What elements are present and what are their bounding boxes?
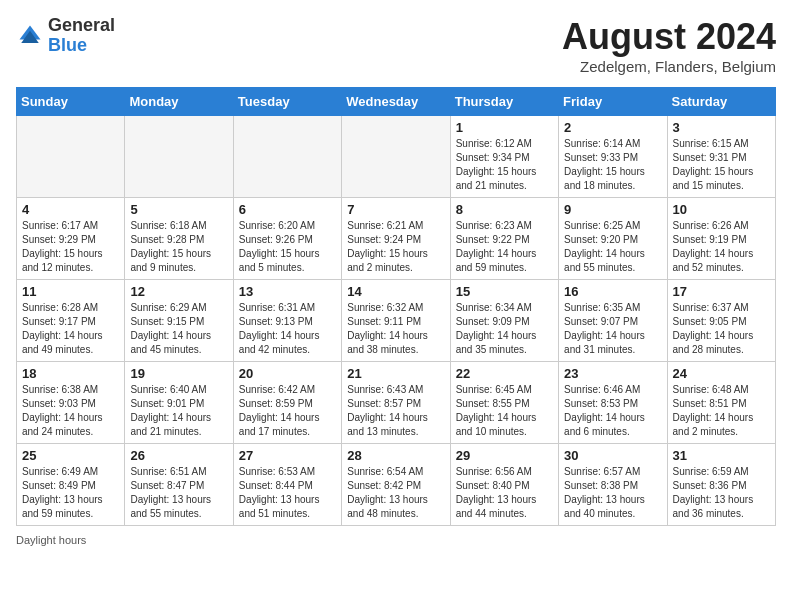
calendar-cell <box>17 116 125 198</box>
calendar-week-1: 1Sunrise: 6:12 AMSunset: 9:34 PMDaylight… <box>17 116 776 198</box>
logo: General Blue <box>16 16 115 56</box>
day-info: Sunrise: 6:45 AMSunset: 8:55 PMDaylight:… <box>456 383 553 439</box>
col-header-monday: Monday <box>125 88 233 116</box>
calendar-cell: 19Sunrise: 6:40 AMSunset: 9:01 PMDayligh… <box>125 362 233 444</box>
calendar-cell: 28Sunrise: 6:54 AMSunset: 8:42 PMDayligh… <box>342 444 450 526</box>
calendar-cell: 10Sunrise: 6:26 AMSunset: 9:19 PMDayligh… <box>667 198 775 280</box>
day-info: Sunrise: 6:46 AMSunset: 8:53 PMDaylight:… <box>564 383 661 439</box>
logo-icon <box>16 22 44 50</box>
day-number: 21 <box>347 366 444 381</box>
month-year: August 2024 <box>562 16 776 58</box>
day-info: Sunrise: 6:31 AMSunset: 9:13 PMDaylight:… <box>239 301 336 357</box>
day-number: 24 <box>673 366 770 381</box>
col-header-thursday: Thursday <box>450 88 558 116</box>
col-header-sunday: Sunday <box>17 88 125 116</box>
day-number: 6 <box>239 202 336 217</box>
calendar-table: SundayMondayTuesdayWednesdayThursdayFrid… <box>16 87 776 526</box>
calendar-cell <box>233 116 341 198</box>
day-info: Sunrise: 6:26 AMSunset: 9:19 PMDaylight:… <box>673 219 770 275</box>
day-info: Sunrise: 6:21 AMSunset: 9:24 PMDaylight:… <box>347 219 444 275</box>
day-number: 13 <box>239 284 336 299</box>
day-info: Sunrise: 6:38 AMSunset: 9:03 PMDaylight:… <box>22 383 119 439</box>
day-number: 19 <box>130 366 227 381</box>
day-info: Sunrise: 6:59 AMSunset: 8:36 PMDaylight:… <box>673 465 770 521</box>
day-info: Sunrise: 6:35 AMSunset: 9:07 PMDaylight:… <box>564 301 661 357</box>
day-number: 25 <box>22 448 119 463</box>
calendar-cell: 22Sunrise: 6:45 AMSunset: 8:55 PMDayligh… <box>450 362 558 444</box>
footer: Daylight hours <box>16 534 776 546</box>
calendar-cell: 16Sunrise: 6:35 AMSunset: 9:07 PMDayligh… <box>559 280 667 362</box>
day-number: 1 <box>456 120 553 135</box>
calendar-week-5: 25Sunrise: 6:49 AMSunset: 8:49 PMDayligh… <box>17 444 776 526</box>
day-number: 7 <box>347 202 444 217</box>
day-info: Sunrise: 6:57 AMSunset: 8:38 PMDaylight:… <box>564 465 661 521</box>
day-info: Sunrise: 6:32 AMSunset: 9:11 PMDaylight:… <box>347 301 444 357</box>
calendar-cell: 14Sunrise: 6:32 AMSunset: 9:11 PMDayligh… <box>342 280 450 362</box>
calendar-cell: 3Sunrise: 6:15 AMSunset: 9:31 PMDaylight… <box>667 116 775 198</box>
calendar-cell: 31Sunrise: 6:59 AMSunset: 8:36 PMDayligh… <box>667 444 775 526</box>
day-number: 10 <box>673 202 770 217</box>
day-number: 28 <box>347 448 444 463</box>
calendar-cell: 2Sunrise: 6:14 AMSunset: 9:33 PMDaylight… <box>559 116 667 198</box>
calendar-cell: 9Sunrise: 6:25 AMSunset: 9:20 PMDaylight… <box>559 198 667 280</box>
calendar-cell <box>342 116 450 198</box>
calendar-cell: 21Sunrise: 6:43 AMSunset: 8:57 PMDayligh… <box>342 362 450 444</box>
day-info: Sunrise: 6:20 AMSunset: 9:26 PMDaylight:… <box>239 219 336 275</box>
calendar-cell: 6Sunrise: 6:20 AMSunset: 9:26 PMDaylight… <box>233 198 341 280</box>
day-info: Sunrise: 6:23 AMSunset: 9:22 PMDaylight:… <box>456 219 553 275</box>
day-info: Sunrise: 6:54 AMSunset: 8:42 PMDaylight:… <box>347 465 444 521</box>
day-info: Sunrise: 6:49 AMSunset: 8:49 PMDaylight:… <box>22 465 119 521</box>
day-number: 20 <box>239 366 336 381</box>
calendar-cell <box>125 116 233 198</box>
day-number: 14 <box>347 284 444 299</box>
day-info: Sunrise: 6:28 AMSunset: 9:17 PMDaylight:… <box>22 301 119 357</box>
day-info: Sunrise: 6:51 AMSunset: 8:47 PMDaylight:… <box>130 465 227 521</box>
day-number: 3 <box>673 120 770 135</box>
col-header-tuesday: Tuesday <box>233 88 341 116</box>
calendar-cell: 5Sunrise: 6:18 AMSunset: 9:28 PMDaylight… <box>125 198 233 280</box>
day-info: Sunrise: 6:25 AMSunset: 9:20 PMDaylight:… <box>564 219 661 275</box>
day-number: 16 <box>564 284 661 299</box>
calendar-cell: 1Sunrise: 6:12 AMSunset: 9:34 PMDaylight… <box>450 116 558 198</box>
day-info: Sunrise: 6:12 AMSunset: 9:34 PMDaylight:… <box>456 137 553 193</box>
calendar-cell: 24Sunrise: 6:48 AMSunset: 8:51 PMDayligh… <box>667 362 775 444</box>
calendar-cell: 26Sunrise: 6:51 AMSunset: 8:47 PMDayligh… <box>125 444 233 526</box>
day-number: 27 <box>239 448 336 463</box>
calendar-cell: 13Sunrise: 6:31 AMSunset: 9:13 PMDayligh… <box>233 280 341 362</box>
col-header-friday: Friday <box>559 88 667 116</box>
day-number: 30 <box>564 448 661 463</box>
day-number: 5 <box>130 202 227 217</box>
day-info: Sunrise: 6:34 AMSunset: 9:09 PMDaylight:… <box>456 301 553 357</box>
day-number: 11 <box>22 284 119 299</box>
day-number: 18 <box>22 366 119 381</box>
logo-text: General Blue <box>48 16 115 56</box>
calendar-cell: 8Sunrise: 6:23 AMSunset: 9:22 PMDaylight… <box>450 198 558 280</box>
day-number: 17 <box>673 284 770 299</box>
day-info: Sunrise: 6:14 AMSunset: 9:33 PMDaylight:… <box>564 137 661 193</box>
calendar-week-2: 4Sunrise: 6:17 AMSunset: 9:29 PMDaylight… <box>17 198 776 280</box>
calendar-cell: 25Sunrise: 6:49 AMSunset: 8:49 PMDayligh… <box>17 444 125 526</box>
day-number: 8 <box>456 202 553 217</box>
day-info: Sunrise: 6:18 AMSunset: 9:28 PMDaylight:… <box>130 219 227 275</box>
calendar-cell: 18Sunrise: 6:38 AMSunset: 9:03 PMDayligh… <box>17 362 125 444</box>
day-info: Sunrise: 6:17 AMSunset: 9:29 PMDaylight:… <box>22 219 119 275</box>
calendar-cell: 20Sunrise: 6:42 AMSunset: 8:59 PMDayligh… <box>233 362 341 444</box>
daylight-hours-label: Daylight hours <box>16 534 86 546</box>
day-info: Sunrise: 6:48 AMSunset: 8:51 PMDaylight:… <box>673 383 770 439</box>
calendar-header-row: SundayMondayTuesdayWednesdayThursdayFrid… <box>17 88 776 116</box>
day-info: Sunrise: 6:56 AMSunset: 8:40 PMDaylight:… <box>456 465 553 521</box>
day-number: 15 <box>456 284 553 299</box>
calendar-cell: 4Sunrise: 6:17 AMSunset: 9:29 PMDaylight… <box>17 198 125 280</box>
day-number: 29 <box>456 448 553 463</box>
calendar-cell: 12Sunrise: 6:29 AMSunset: 9:15 PMDayligh… <box>125 280 233 362</box>
day-number: 2 <box>564 120 661 135</box>
day-number: 12 <box>130 284 227 299</box>
calendar-week-4: 18Sunrise: 6:38 AMSunset: 9:03 PMDayligh… <box>17 362 776 444</box>
day-number: 26 <box>130 448 227 463</box>
title-block: August 2024 Zedelgem, Flanders, Belgium <box>562 16 776 75</box>
calendar-cell: 29Sunrise: 6:56 AMSunset: 8:40 PMDayligh… <box>450 444 558 526</box>
day-number: 31 <box>673 448 770 463</box>
day-number: 4 <box>22 202 119 217</box>
day-info: Sunrise: 6:42 AMSunset: 8:59 PMDaylight:… <box>239 383 336 439</box>
day-info: Sunrise: 6:29 AMSunset: 9:15 PMDaylight:… <box>130 301 227 357</box>
